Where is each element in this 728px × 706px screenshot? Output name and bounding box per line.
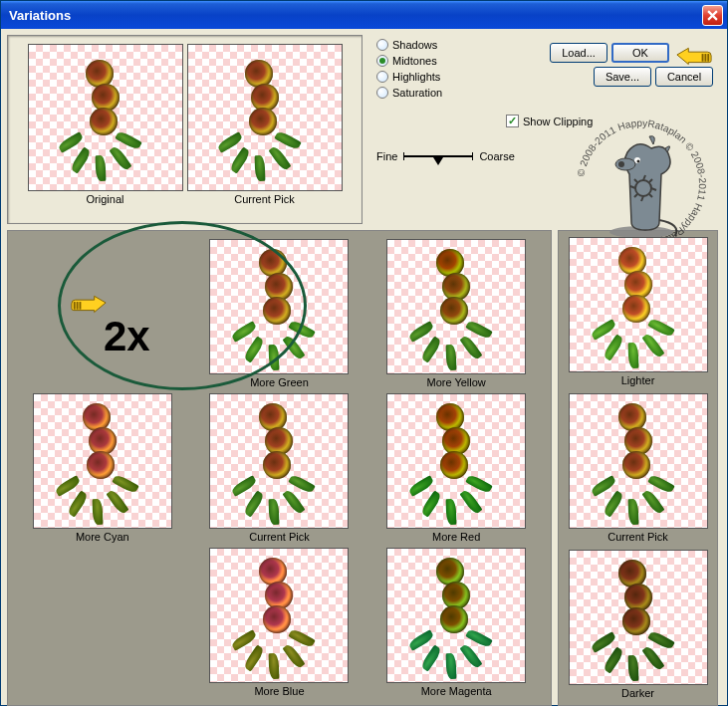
svg-rect-0 (702, 54, 704, 62)
variations-grid: More Green More Yellow More Cyan Current… (7, 230, 552, 706)
thumb-more-yellow[interactable] (386, 239, 526, 374)
thumb-darker[interactable] (569, 550, 708, 685)
thumb-more-red[interactable] (386, 393, 526, 529)
label-current-top: Current Pick (234, 193, 295, 205)
pointer-hand-icon-2 (70, 291, 108, 315)
thumb-lighter[interactable] (569, 237, 708, 372)
thumb-more-green[interactable] (209, 239, 349, 374)
window-title: Variations (9, 8, 702, 23)
thumb-current-center[interactable] (209, 393, 349, 529)
close-button[interactable] (702, 5, 723, 26)
svg-rect-1 (704, 54, 706, 62)
controls-panel: Shadows Midtones Highlights Saturation L… (370, 35, 721, 224)
thumb-current-top[interactable] (187, 44, 343, 191)
titlebar: Variations (1, 1, 727, 29)
thumb-more-magenta[interactable] (386, 548, 526, 683)
thumb-original[interactable] (28, 44, 183, 191)
label-original: Original (87, 193, 124, 205)
variations-dialog: Variations (0, 0, 728, 706)
thumb-more-cyan[interactable] (33, 393, 172, 529)
radio-saturation[interactable]: Saturation (376, 87, 715, 99)
thumb-current-brightness[interactable] (569, 393, 708, 529)
checkmark-icon: ✓ (506, 115, 519, 127)
close-icon (707, 10, 718, 21)
brightness-panel: Lighter Current Pick Darker (558, 230, 718, 706)
svg-point-9 (635, 180, 651, 196)
svg-rect-2 (707, 54, 709, 62)
ok-button[interactable]: OK (611, 43, 669, 63)
show-clipping-checkbox[interactable]: ✓ Show Clipping (506, 115, 593, 127)
cancel-button[interactable]: Cancel (655, 67, 713, 87)
svg-rect-10 (80, 302, 82, 310)
fine-coarse-slider[interactable]: Fine Coarse (376, 150, 715, 162)
svg-rect-11 (77, 302, 79, 310)
save-button[interactable]: Save... (594, 67, 651, 87)
load-button[interactable]: Load... (550, 43, 607, 63)
original-panel: Original (7, 35, 363, 224)
pointer-hand-icon (675, 43, 713, 67)
svg-rect-12 (74, 302, 76, 310)
thumb-more-blue[interactable] (209, 548, 349, 683)
